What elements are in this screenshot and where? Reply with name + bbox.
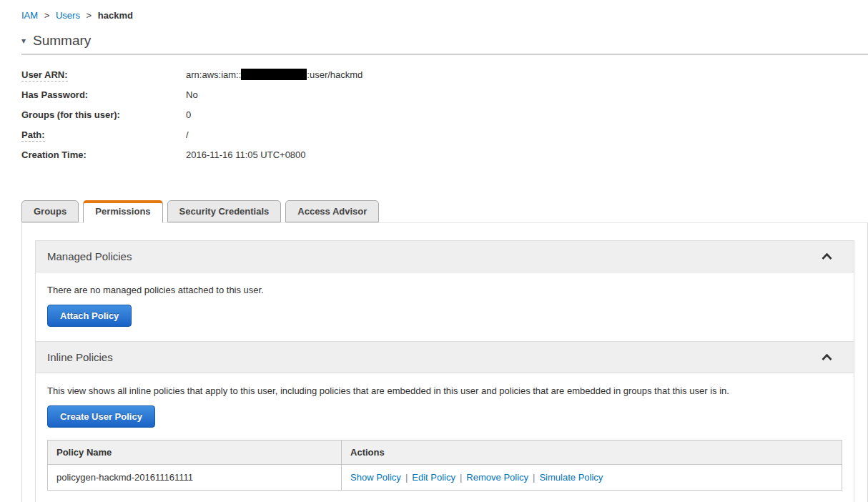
edit-policy-link[interactable]: Edit Policy [412, 472, 455, 483]
action-separator: | [460, 472, 462, 483]
field-path: Path: / [21, 124, 868, 144]
summary-section-toggle[interactable]: ▾ Summary [21, 33, 868, 49]
field-user-arn: User ARN: arn:aws:iam:::user/hackmd [21, 64, 868, 84]
managed-policies-collapse-button[interactable] [812, 250, 842, 263]
breadcrumb-separator-icon: > [44, 10, 50, 21]
inline-policies-table: Policy Name Actions policygen-hackmd-201… [47, 440, 842, 491]
action-separator: | [405, 472, 408, 483]
breadcrumb-current-user: hackmd [98, 10, 133, 21]
tab-access-advisor[interactable]: Access Advisor [285, 200, 379, 222]
policy-sections-container: Managed Policies There are no managed po… [35, 240, 854, 502]
create-user-policy-button[interactable]: Create User Policy [47, 405, 155, 428]
inline-policies-description: This view shows all inline policies that… [47, 385, 842, 396]
user-arn-value: arn:aws:iam:::user/hackmd [186, 69, 363, 80]
tab-permissions[interactable]: Permissions [83, 200, 162, 223]
managed-policies-body: There are no managed policies attached t… [36, 272, 854, 341]
action-separator: | [533, 472, 535, 483]
field-has-password: Has Password: No [21, 84, 868, 104]
column-header-policy-name: Policy Name [48, 441, 342, 465]
chevron-up-icon [822, 352, 832, 363]
chevron-up-icon [822, 251, 832, 262]
arn-suffix: :user/hackmd [307, 69, 363, 80]
field-creation-time: Creation Time: 2016-11-16 11:05 UTC+0800 [21, 144, 868, 164]
breadcrumb: IAM > Users > hackmd [0, 0, 868, 21]
attach-policy-button[interactable]: Attach Policy [47, 305, 132, 327]
creation-time-value: 2016-11-16 11:05 UTC+0800 [186, 149, 306, 160]
summary-fields: User ARN: arn:aws:iam:::user/hackmd Has … [21, 64, 868, 164]
summary-divider [21, 54, 868, 55]
managed-policies-title: Managed Policies [47, 250, 132, 262]
inline-policies-collapse-button[interactable] [812, 350, 842, 364]
managed-policies-header: Managed Policies [36, 241, 854, 272]
breadcrumb-link-users[interactable]: Users [56, 10, 80, 21]
policy-name-cell: policygen-hackmd-201611161111 [48, 465, 342, 491]
field-label: Creation Time: [21, 149, 186, 160]
user-detail-tabs: Groups Permissions Security Credentials … [21, 200, 868, 222]
breadcrumb-separator-icon: > [87, 10, 92, 21]
tab-groups[interactable]: Groups [21, 200, 79, 222]
managed-policies-empty-message: There are no managed policies attached t… [47, 285, 842, 295]
simulate-policy-link[interactable]: Simulate Policy [539, 472, 603, 483]
field-label: Has Password: [21, 89, 186, 100]
show-policy-link[interactable]: Show Policy [350, 472, 401, 483]
table-header-row: Policy Name Actions [48, 441, 842, 465]
tab-security-credentials[interactable]: Security Credentials [167, 200, 282, 222]
field-label: Path: [21, 129, 186, 140]
column-header-actions: Actions [342, 441, 842, 465]
table-row: policygen-hackmd-201611161111 Show Polic… [48, 465, 842, 491]
caret-down-icon: ▾ [21, 36, 26, 46]
arn-prefix: arn:aws:iam:: [186, 69, 241, 80]
inline-policies-header: Inline Policies [36, 341, 854, 373]
field-groups: Groups (for this user): 0 [21, 104, 868, 124]
summary-title: Summary [33, 33, 91, 49]
iam-user-detail-page: IAM > Users > hackmd ▾ Summary User ARN:… [0, 0, 868, 502]
redacted-account-id [241, 69, 307, 80]
field-label: User ARN: [21, 69, 186, 80]
breadcrumb-link-iam[interactable]: IAM [21, 10, 38, 21]
inline-policies-body: This view shows all inline policies that… [36, 373, 854, 502]
inline-policies-title: Inline Policies [47, 351, 113, 363]
groups-count-value: 0 [186, 109, 191, 120]
remove-policy-link[interactable]: Remove Policy [466, 472, 528, 483]
policy-actions-cell: Show Policy|Edit Policy|Remove Policy|Si… [342, 465, 842, 491]
path-value: / [186, 129, 189, 140]
field-label: Groups (for this user): [21, 109, 186, 120]
permissions-tab-panel: Managed Policies There are no managed po… [21, 222, 868, 502]
has-password-value: No [186, 89, 198, 100]
